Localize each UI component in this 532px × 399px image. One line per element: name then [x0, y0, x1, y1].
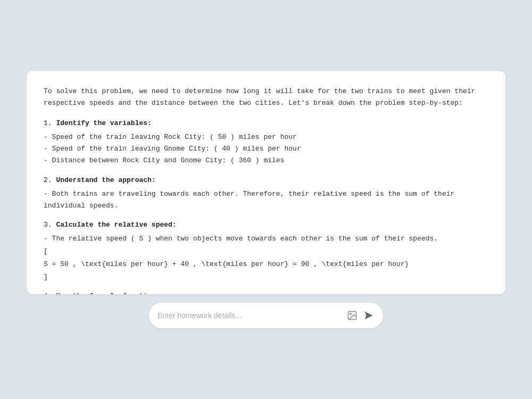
- section-4-title: 4. Use the formula for time:: [44, 290, 488, 294]
- send-icon: [364, 311, 373, 320]
- input-row: [27, 303, 505, 328]
- section-3-body: - The relative speed ( S ) when two obje…: [44, 233, 488, 283]
- section-4: 4. Use the formula for time: - Time ( t …: [44, 290, 488, 294]
- svg-marker-2: [365, 312, 373, 320]
- svg-point-1: [350, 313, 352, 315]
- section-2: 2. Understand the approach: - Both train…: [44, 174, 488, 212]
- intro-text: To solve this problem, we need to determ…: [44, 86, 488, 109]
- section-2-body: - Both trains are traveling towards each…: [44, 188, 488, 212]
- section-1-title: 1. Identify the variables:: [44, 118, 488, 129]
- image-upload-button[interactable]: [346, 309, 359, 322]
- section-3-title: 3. Calculate the relative speed:: [44, 219, 488, 231]
- send-button[interactable]: [363, 310, 375, 321]
- section-1: 1. Identify the variables: - Speed of th…: [44, 118, 488, 167]
- image-icon: [347, 310, 358, 321]
- section-1-body: - Speed of the train leaving Rock City: …: [44, 131, 488, 167]
- content-card: To solve this problem, we need to determ…: [27, 71, 505, 294]
- main-container: To solve this problem, we need to determ…: [27, 71, 505, 328]
- section-3: 3. Calculate the relative speed: - The r…: [44, 219, 488, 283]
- input-bar: [149, 303, 383, 328]
- homework-input[interactable]: [157, 311, 342, 320]
- section-2-title: 2. Understand the approach:: [44, 174, 488, 186]
